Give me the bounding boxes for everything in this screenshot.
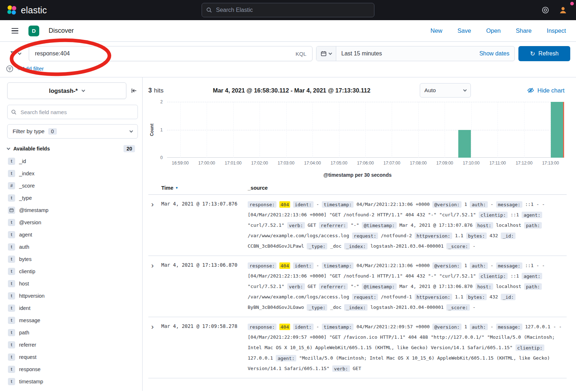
field-item-httpversion[interactable]: thttpversion	[7, 290, 138, 302]
query-input[interactable]	[34, 50, 291, 57]
field-name: bytes	[19, 256, 32, 262]
field-value: GET	[308, 284, 316, 289]
sort-desc-icon: ▼	[175, 186, 179, 190]
chevron-down-icon	[130, 129, 133, 133]
expand-row-button[interactable]: ›	[148, 260, 161, 269]
nav-action-new[interactable]: New	[431, 27, 442, 34]
nav-actions: NewSaveOpenShareInspect	[431, 27, 566, 34]
field-item-response[interactable]: tresponse	[7, 363, 138, 375]
nav-action-save[interactable]: Save	[458, 27, 471, 34]
field-item-agent[interactable]: tagent	[7, 229, 138, 241]
x-tick-label: 17:03:00	[278, 161, 294, 166]
field-badge: _type:	[307, 243, 327, 249]
field-item-clientip[interactable]: tclientip	[7, 265, 138, 278]
text-field-icon: t	[8, 256, 15, 263]
expand-row-button[interactable]: ›	[148, 321, 161, 330]
gridline	[260, 102, 260, 158]
text-field-icon: t	[8, 231, 15, 238]
field-value: -	[490, 202, 493, 207]
field-badge: verb:	[332, 365, 350, 372]
nav-action-open[interactable]: Open	[486, 27, 500, 34]
table-row: ›Mar 4, 2021 @ 17:13:07.876response: 404…	[148, 195, 567, 256]
add-filter-button[interactable]: + Add filter	[17, 66, 44, 72]
field-item-_type[interactable]: t_type	[7, 192, 138, 204]
gridline	[498, 102, 498, 158]
field-value: 1	[464, 263, 467, 268]
x-tick-label: 17:02:00	[251, 161, 268, 166]
field-badge: auth:	[470, 201, 487, 208]
user-avatar[interactable]	[559, 6, 567, 14]
nav-action-inspect[interactable]: Inspect	[547, 27, 566, 34]
help-icon[interactable]	[541, 6, 549, 14]
field-item-timestamp[interactable]: ttimestamp	[7, 375, 138, 388]
text-field-icon: t	[8, 170, 15, 177]
saved-query-menu-button[interactable]	[6, 46, 25, 61]
field-item-_score[interactable]: #_score	[7, 180, 138, 192]
field-item-path[interactable]: tpath	[7, 326, 138, 339]
time-range-button[interactable]: Last 15 minutes	[336, 50, 474, 57]
query-language-button[interactable]: KQL	[291, 51, 311, 57]
refresh-button[interactable]: ↻ Refresh	[518, 46, 570, 61]
filter-by-type-button[interactable]: Filter by type 0	[7, 124, 138, 139]
hide-chart-button[interactable]: Hide chart	[525, 86, 567, 94]
show-dates-button[interactable]: Show dates	[474, 50, 514, 57]
field-search-input[interactable]	[20, 109, 134, 116]
field-item-bytes[interactable]: tbytes	[7, 253, 138, 265]
field-name: path	[19, 330, 29, 335]
field-badge: timestamp:	[322, 324, 354, 330]
field-item-_id[interactable]: t_id	[7, 155, 138, 167]
chart-plot-area[interactable]: 16:59:0017:00:0017:01:0017:02:0017:03:00…	[167, 102, 564, 158]
field-name: message	[19, 317, 40, 323]
histogram-bar[interactable]	[551, 102, 563, 158]
refresh-label: Refresh	[539, 50, 559, 57]
field-badge: clientip:	[479, 273, 508, 279]
collapse-left-icon	[131, 87, 137, 94]
expand-row-button[interactable]: ›	[148, 199, 161, 208]
field-item-request[interactable]: trequest	[7, 351, 138, 363]
y-tick-label: 1	[160, 127, 163, 132]
filter-menu-button[interactable]	[6, 65, 14, 73]
current-time-marker	[563, 102, 564, 158]
field-badge: bytes:	[466, 294, 487, 300]
search-icon	[206, 7, 212, 13]
doc-source: response: 404 ident: - timestamp: 04/Mar…	[248, 321, 567, 374]
field-badge: _id:	[501, 233, 516, 239]
text-field-icon: t	[8, 219, 15, 226]
x-tick-label: 17:09:00	[436, 161, 453, 166]
field-item-message[interactable]: tmessage	[7, 314, 138, 326]
field-item-@timestamp[interactable]: @timestamp	[7, 204, 138, 216]
date-picker-calendar-button[interactable]	[316, 46, 336, 61]
collapse-sidebar-button[interactable]	[130, 87, 138, 95]
doc-timestamp: Mar 4, 2021 @ 17:09:58.278	[161, 321, 248, 329]
available-fields-toggle[interactable]: Available fields	[7, 146, 50, 152]
menu-button[interactable]	[10, 27, 20, 35]
field-badge: host:	[476, 222, 493, 229]
global-search-input[interactable]	[215, 6, 370, 14]
field-item-_index[interactable]: t_index	[7, 167, 138, 180]
table-header: Time ▼ _source	[148, 185, 567, 195]
field-badge: @version:	[432, 201, 461, 208]
field-item-@version[interactable]: t@version	[7, 216, 138, 229]
field-value: "-"	[351, 284, 359, 289]
chevron-down-icon	[329, 51, 332, 55]
field-value: localhost	[496, 284, 521, 289]
field-name: @version	[19, 220, 41, 225]
field-badge: ident:	[293, 262, 314, 269]
field-badge: httpversion:	[415, 233, 452, 239]
histogram-bar[interactable]	[458, 130, 471, 158]
field-item-referrer[interactable]: treferrer	[7, 339, 138, 351]
nav-action-share[interactable]: Share	[516, 27, 532, 34]
field-item-ident[interactable]: tident	[7, 302, 138, 314]
field-name: clientip	[19, 269, 35, 274]
brand[interactable]: elastic	[6, 5, 47, 15]
field-item-auth[interactable]: tauth	[7, 241, 138, 253]
sort-time-header[interactable]: Time ▼	[161, 185, 248, 191]
global-search[interactable]	[202, 3, 374, 17]
index-pattern-selector[interactable]: logstash-*	[7, 82, 126, 99]
interval-select[interactable]: Auto	[420, 83, 471, 98]
gridline	[365, 102, 366, 158]
histogram-chart[interactable]: Count 012 16:59:0017:00:0017:01:0017:02:…	[148, 102, 567, 158]
field-item-host[interactable]: thost	[7, 278, 138, 290]
source-header: _source	[248, 185, 567, 191]
text-field-icon: t	[8, 158, 15, 165]
